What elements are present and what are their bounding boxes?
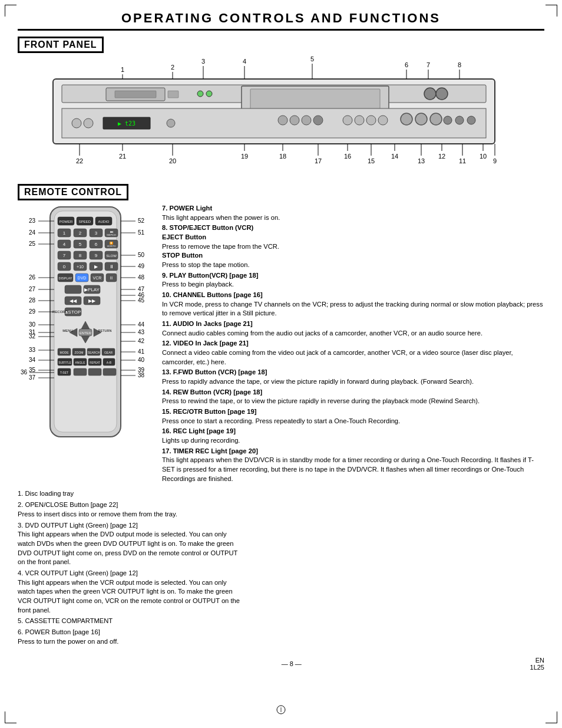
svg-text:VCR: VCR (93, 276, 102, 280)
svg-text:16: 16 (344, 153, 351, 160)
svg-point-6 (206, 91, 212, 97)
svg-text:32: 32 (29, 333, 36, 340)
svg-text:A-B: A-B (107, 361, 112, 364)
svg-text:T-SET: T-SET (60, 371, 68, 374)
front-panel-section: FRONT PANEL (18, 37, 544, 179)
svg-rect-163 (103, 368, 116, 375)
desc-item-8: 8. STOP/EJECT Button (VCR) EJECT Button … (162, 223, 544, 269)
svg-text:30: 30 (29, 321, 36, 328)
svg-point-26 (415, 113, 427, 125)
svg-text:SEARCH: SEARCH (88, 351, 100, 354)
svg-text:ENTER: ENTER (80, 331, 92, 335)
desc-item-14: 14. REW Button (VCR) [page 18] Press to … (162, 388, 544, 406)
svg-text:II: II (110, 275, 113, 281)
svg-text:45: 45 (138, 297, 145, 304)
svg-text:26: 26 (29, 274, 36, 281)
svg-point-17 (278, 116, 287, 125)
desc-item-15: 15. REC/OTR Button [page 19] Press once … (162, 407, 544, 426)
svg-text:49: 49 (138, 263, 145, 269)
svg-text:+10: +10 (77, 265, 84, 269)
svg-text:ZOOM: ZOOM (75, 351, 84, 354)
svg-text:52: 52 (138, 218, 145, 224)
desc-item-9: 9. PLAY Button(VCR) [page 18] Press to b… (162, 271, 544, 289)
svg-rect-161 (74, 368, 87, 375)
svg-text:21: 21 (119, 153, 126, 160)
page-footer: — 8 — EN 1L25 (18, 654, 544, 671)
svg-text:24: 24 (29, 229, 36, 236)
svg-text:48: 48 (138, 274, 145, 281)
svg-text:29: 29 (29, 308, 36, 315)
svg-point-22 (355, 116, 364, 125)
svg-text:11: 11 (459, 157, 466, 164)
corner-mark-bl (5, 711, 16, 723)
front-panel-label: FRONT PANEL (18, 37, 104, 53)
remote-svg: POWER SPEED AUDIO 1 2 3 ⏭ SKIP/CH (18, 204, 153, 457)
svg-text:MENU: MENU (62, 329, 73, 332)
corner-mark-tl (5, 5, 16, 17)
svg-text:AUDIO: AUDIO (98, 220, 109, 223)
svg-point-30 (467, 116, 475, 124)
svg-point-16 (167, 119, 175, 127)
svg-point-25 (401, 113, 412, 125)
desc-item-6: 6. POWER Button [page 16] Press to turn … (18, 628, 242, 646)
svg-text:22: 22 (76, 157, 83, 164)
svg-point-27 (430, 113, 442, 125)
svg-point-24 (378, 116, 388, 125)
svg-text:◀◀: ◀◀ (70, 298, 77, 304)
remote-control-section: REMOTE CONTROL POWER SPEED AUDIO (18, 184, 544, 485)
svg-text:41: 41 (138, 348, 145, 355)
svg-text:43: 43 (138, 329, 145, 335)
svg-text:6: 6 (95, 242, 98, 247)
svg-point-12 (72, 118, 81, 128)
svg-text:SUBTITLE: SUBTITLE (58, 361, 71, 364)
svg-point-29 (455, 116, 464, 124)
desc-item-3: 3. DVD OUTPUT Light (Green) [page 12] Th… (18, 521, 242, 567)
svg-text:13: 13 (418, 157, 425, 164)
svg-text:5: 5 (79, 242, 82, 247)
front-panel-svg: ▶ t23 (18, 55, 524, 173)
svg-text:VCR/TV: VCR/TV (107, 245, 116, 248)
desc-item-16: 16. REC Light [page 19] Lights up during… (162, 427, 544, 445)
bottom-section: 1. Disc loading tray 2. OPEN/CLOSE Butto… (18, 489, 544, 648)
desc-item-12: 12. VIDEO In Jack [page 21] Connect a vi… (162, 339, 544, 367)
svg-text:GEAR: GEAR (104, 351, 113, 354)
bottom-right-empty (253, 489, 544, 648)
svg-text:9: 9 (493, 157, 497, 164)
svg-text:10: 10 (480, 153, 487, 160)
bottom-center-mark (275, 704, 287, 717)
svg-text:SLOW: SLOW (106, 254, 117, 258)
svg-text:42: 42 (138, 338, 145, 344)
svg-point-13 (84, 118, 93, 128)
corner-mark-tr (546, 5, 557, 17)
svg-point-9 (424, 88, 436, 100)
svg-text:DVD: DVD (78, 276, 87, 280)
bottom-left-descriptions: 1. Disc loading tray 2. OPEN/CLOSE Butto… (18, 489, 242, 648)
svg-text:15: 15 (368, 157, 375, 164)
desc-item-5: 5. CASSETTE COMPARTMENT (18, 617, 242, 626)
desc-item-10: 10. CHANNEL Buttons [page 16] In VCR mod… (162, 291, 544, 318)
svg-text:▶PLAY: ▶PLAY (84, 287, 100, 292)
desc-item-7: 7. POWER Light This light appears when t… (162, 204, 544, 222)
svg-text:44: 44 (138, 321, 145, 328)
svg-text:SKIP/CH: SKIP/CH (107, 233, 116, 236)
corner-mark-br (546, 711, 557, 723)
svg-text:1: 1 (63, 230, 66, 236)
svg-text:7: 7 (63, 253, 66, 258)
svg-point-23 (366, 116, 376, 125)
svg-text:▶▶: ▶▶ (88, 298, 96, 304)
svg-text:6: 6 (405, 61, 408, 68)
svg-text:RETURN: RETURN (98, 329, 112, 332)
svg-text:⏸: ⏸ (109, 264, 114, 269)
svg-rect-4 (168, 91, 178, 98)
desc-item-17: 17. TIMER REC Light [page 20] This light… (162, 447, 544, 484)
svg-text:28: 28 (29, 297, 36, 304)
svg-text:SPEED: SPEED (79, 220, 91, 223)
svg-point-5 (197, 91, 203, 97)
svg-text:2: 2 (79, 230, 82, 236)
svg-text:8: 8 (458, 61, 461, 68)
svg-text:POWER: POWER (59, 220, 73, 223)
svg-text:14: 14 (391, 153, 398, 160)
svg-text:20: 20 (169, 157, 176, 164)
svg-text:8: 8 (79, 253, 82, 258)
svg-point-10 (436, 88, 448, 100)
